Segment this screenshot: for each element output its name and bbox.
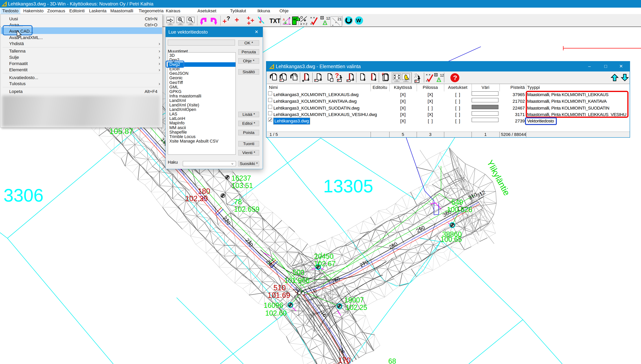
svg-text:16237: 16237 [232, 174, 251, 182]
svg-text:240: 240 [265, 258, 275, 269]
svg-text:270: 270 [359, 259, 370, 268]
svg-text:B: B [285, 21, 286, 24]
svg-text:× ×: × × [426, 73, 431, 76]
svg-text:103.51: 103.51 [232, 182, 253, 190]
svg-text:A: A [283, 18, 285, 21]
svg-text:×: × [332, 24, 334, 27]
svg-text:250: 250 [292, 286, 302, 297]
svg-text:102.39: 102.39 [185, 194, 208, 203]
svg-text:16096: 16096 [264, 301, 283, 309]
svg-text:312: 312 [476, 189, 486, 198]
svg-text:170: 170 [338, 356, 350, 364]
svg-text:13305: 13305 [323, 176, 373, 196]
svg-text:510: 510 [274, 284, 286, 292]
svg-text:× ×: × × [310, 16, 315, 20]
svg-text:105.87: 105.87 [109, 127, 133, 136]
svg-text:19007: 19007 [344, 296, 364, 304]
svg-text:101.966: 101.966 [284, 276, 310, 284]
svg-text:12: 12 [326, 16, 330, 20]
svg-text:500: 500 [292, 268, 304, 276]
svg-text:100.65: 100.65 [440, 235, 462, 243]
svg-text:×: × [335, 21, 337, 24]
svg-text:21: 21 [338, 17, 342, 21]
svg-text:102.659: 102.659 [234, 205, 259, 213]
svg-text:3306: 3306 [4, 185, 44, 205]
svg-text:?: ? [226, 15, 230, 22]
svg-text:549: 549 [451, 198, 463, 206]
svg-text:100.626: 100.626 [447, 206, 472, 214]
svg-text:102.60: 102.60 [265, 309, 287, 317]
svg-text:12: 12 [440, 74, 444, 77]
svg-text:68: 68 [388, 357, 396, 364]
svg-text:102.67: 102.67 [314, 260, 336, 268]
svg-text:20450: 20450 [314, 252, 334, 260]
svg-text:X Y Z: X Y Z [300, 22, 308, 26]
svg-text:W: W [356, 18, 361, 24]
svg-text:TXT: TXT [270, 17, 281, 24]
svg-text:m²: m² [293, 18, 297, 21]
svg-text:180: 180 [198, 187, 210, 195]
svg-text:260: 260 [331, 276, 341, 285]
svg-text:102.25: 102.25 [346, 304, 367, 312]
svg-text:?: ? [335, 72, 339, 79]
svg-text:?: ? [453, 74, 457, 82]
svg-text:78: 78 [234, 198, 242, 206]
svg-text:101.69: 101.69 [268, 291, 290, 299]
svg-text:290: 290 [416, 224, 426, 234]
